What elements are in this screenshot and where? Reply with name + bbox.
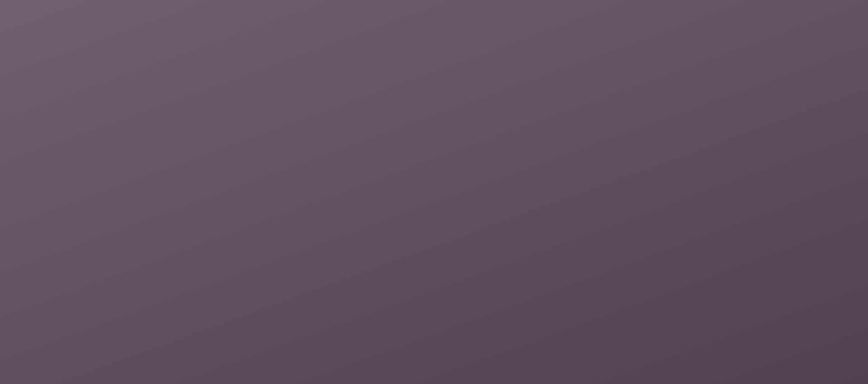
rc-mid-photos bbox=[393, 169, 764, 234]
right-card: Professional Software Applications APP d… bbox=[393, 103, 764, 311]
cards-row: Kiosk Mode Settings Extension bbox=[36, 103, 832, 311]
right-card-inner: Professional Software Applications APP d… bbox=[393, 103, 764, 297]
rc-photo-3 bbox=[641, 171, 762, 232]
page-container: Preset software, built-in productivity P… bbox=[0, 0, 868, 384]
